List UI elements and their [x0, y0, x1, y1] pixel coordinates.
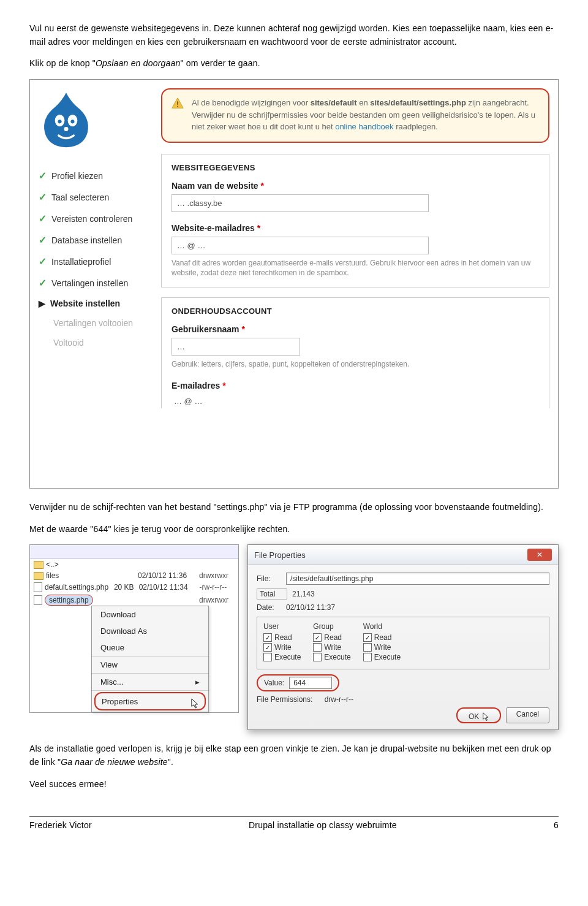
file-value[interactable]: /sites/default/settings.php	[286, 573, 549, 585]
footer-page-number: 6	[554, 820, 559, 830]
cursor-icon	[191, 698, 200, 709]
paragraph-4: Met de waarde "644" kies je terug voor d…	[29, 523, 559, 536]
ftp-row-folder[interactable]: files 02/10/12 11:36drwxrwxr	[30, 570, 238, 581]
cb-world-write[interactable]: Write	[363, 643, 401, 652]
menu-properties[interactable]: Properties	[94, 692, 206, 710]
menu-view[interactable]: View	[92, 657, 208, 673]
cb-user-write[interactable]: Write	[263, 643, 301, 652]
cb-group-read[interactable]: Read	[313, 633, 350, 642]
folder-icon	[34, 572, 43, 580]
paragraph-2: Klik op de knop "Opslaan en doorgaan" om…	[29, 57, 559, 70]
perm-label: File Permissions:	[257, 695, 312, 704]
required-star: *	[261, 181, 264, 191]
svg-point-2	[58, 120, 61, 123]
username-label: Gebruikersnaam	[172, 324, 239, 334]
ok-button[interactable]: OK	[456, 707, 501, 723]
check-icon: ✓	[39, 213, 47, 224]
menu-download-as[interactable]: Download As	[92, 623, 208, 639]
required-star: *	[257, 223, 260, 233]
siteemail-input[interactable]: … @ …	[172, 237, 429, 254]
col-world: World	[363, 622, 401, 631]
cancel-button[interactable]: Cancel	[506, 707, 549, 723]
username-hint: Gebruik: letters, cijfers, spatie, punt,…	[172, 359, 539, 370]
warning-box: Al de benodigde wijzigingen voor sites/d…	[161, 88, 549, 143]
cb-user-read[interactable]: Read	[263, 633, 301, 642]
step-requirements: ✓Vereisten controleren	[39, 208, 155, 229]
cb-group-exec[interactable]: Execute	[313, 653, 350, 661]
perm-value: drw-r--r--	[325, 695, 353, 704]
panel-website-info: WEBSITEGEGEVENS Naam van de website * … …	[161, 154, 549, 288]
footer-title: Drupal installatie op classy webruimte	[249, 820, 397, 830]
ftp-and-dialog-row: <..> files 02/10/12 11:36drwxrwxr defaul…	[29, 544, 559, 730]
install-steps: ✓Profiel kiezen ✓Taal selecteren ✓Vereis…	[39, 165, 155, 352]
col-group: Group	[313, 622, 350, 631]
step-database: ✓Database instellen	[39, 229, 155, 251]
cursor-icon	[483, 712, 490, 721]
siteemail-label: Website-e-mailadres	[172, 223, 255, 233]
menu-queue[interactable]: Queue	[92, 639, 208, 656]
caret-icon: ▶	[39, 299, 45, 308]
date-value: 02/10/12 11:37	[286, 603, 335, 612]
page-footer: Frederiek Victor Drupal installatie op c…	[29, 816, 559, 839]
svg-point-4	[64, 127, 69, 131]
svg-rect-5	[177, 101, 178, 105]
file-label: File:	[257, 574, 281, 583]
ftp-row-settings-selected[interactable]: settings.php drwxrwxr	[30, 593, 238, 607]
step-finalize-translations: Vertalingen voltooien	[39, 313, 155, 333]
drupal-installer-screenshot: ✓Profiel kiezen ✓Taal selecteren ✓Vereis…	[29, 79, 559, 489]
step-configure-site: ▶Website instellen	[39, 294, 155, 313]
close-button[interactable]: ✕	[527, 549, 552, 561]
ftp-listing: <..> files 02/10/12 11:36drwxrwxr defaul…	[29, 544, 239, 713]
paragraph-5: Als de installatie goed verlopen is, kri…	[29, 742, 559, 769]
step-language: ✓Taal selecteren	[39, 186, 155, 208]
paragraph-3: Verwijder nu de schijf-rechten van het b…	[29, 501, 559, 514]
ftp-row-up[interactable]: <..>	[30, 559, 238, 570]
file-properties-dialog: File Properties ✕ File:/sites/default/se…	[247, 544, 559, 730]
panel-title: WEBSITEGEGEVENS	[172, 163, 539, 172]
file-icon	[34, 595, 42, 605]
paragraph-6: Veel succes ermee!	[29, 778, 559, 791]
value-input[interactable]: 644	[289, 677, 332, 689]
folder-icon	[34, 561, 43, 569]
step-install-profile: ✓Installatieprofiel	[39, 251, 155, 272]
context-menu: Download Download As Queue View Misc...▸…	[91, 606, 209, 712]
sitename-label: Naam van de website	[172, 181, 258, 191]
sitename-input[interactable]: … .classy.be	[172, 194, 429, 212]
panel-title: ONDERHOUDSACCOUNT	[172, 306, 539, 316]
cb-world-exec[interactable]: Execute	[363, 653, 401, 661]
cb-world-read[interactable]: Read	[363, 633, 401, 642]
cb-group-write[interactable]: Write	[313, 643, 350, 652]
value-label: Value:	[264, 679, 284, 687]
panel-maintenance-account: ONDERHOUDSACCOUNT Gebruikersnaam * … Geb…	[161, 297, 549, 408]
p2a: Klik op de knop "	[29, 58, 96, 68]
p2b: Opslaan en doorgaan	[96, 58, 180, 68]
p2c: " om verder te gaan.	[180, 58, 260, 68]
path-2: sites/default/settings.php	[370, 98, 466, 107]
svg-point-3	[70, 120, 74, 123]
total-value: 21,143	[292, 590, 315, 598]
chevron-right-icon: ▸	[195, 677, 200, 687]
account-email-value: … @ …	[172, 394, 539, 406]
paragraph-1: Vul nu eerst de gewenste websitegegevens…	[29, 22, 559, 48]
username-input[interactable]: …	[172, 338, 300, 356]
drupal-logo	[39, 89, 94, 148]
check-icon: ✓	[39, 170, 47, 181]
warning-icon	[171, 97, 184, 110]
path-1: sites/default	[311, 98, 357, 107]
cb-user-exec[interactable]: Execute	[263, 653, 301, 661]
file-icon	[34, 582, 42, 592]
check-icon: ✓	[39, 191, 47, 203]
date-label: Date:	[257, 603, 281, 612]
siteemail-hint: Vanaf dit adres worden geautomatiseerde …	[172, 258, 539, 279]
step-finished: Voltooid	[39, 333, 155, 352]
handbook-link[interactable]: online handboek	[335, 122, 393, 131]
menu-misc[interactable]: Misc...▸	[92, 674, 208, 690]
dialog-title: File Properties	[254, 550, 306, 560]
ftp-row-default-settings[interactable]: default.settings.php 20 KB02/10/12 11:34…	[30, 581, 238, 593]
required-star: *	[241, 324, 244, 334]
value-oval: Value: 644	[257, 674, 339, 691]
step-profile: ✓Profiel kiezen	[39, 165, 155, 186]
required-star: *	[222, 381, 225, 390]
menu-download[interactable]: Download	[92, 606, 208, 623]
check-icon: ✓	[39, 277, 47, 289]
